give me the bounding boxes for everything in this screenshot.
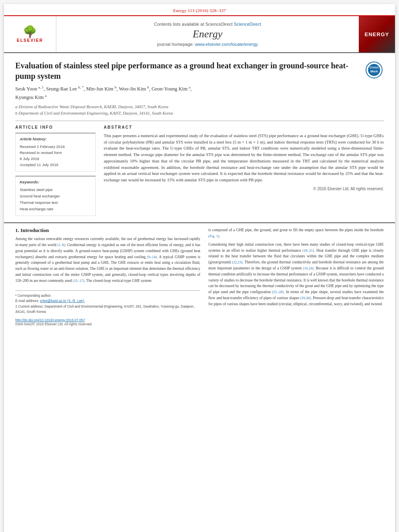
ref-1-8: [1–8]	[58, 243, 66, 247]
issn-line: 0360-5442/© 2016 Elsevier Ltd. All right…	[15, 322, 200, 326]
keyword-2: Ground heat exchanger	[20, 193, 91, 199]
ref-15-17: [15–17]	[73, 279, 84, 283]
email-label: E-mail address:	[15, 299, 39, 303]
history-label: Article history:	[20, 137, 91, 141]
article-title: Evaluation of stainless steel pipe perfo…	[15, 60, 358, 81]
journal-reference: Energy 113 (2016) 328–337	[173, 8, 226, 13]
body-right-col: is composed of a GHE pipe, the ground, a…	[208, 227, 384, 326]
energy-logo: ENERGY	[359, 16, 395, 52]
keywords-label: Keywords:	[20, 180, 91, 184]
copyright-line: © 2016 Elsevier Ltd. All rights reserved…	[104, 187, 384, 191]
ref-22-23: [22,23]	[232, 260, 243, 264]
ref-18-21: [18–21]	[302, 249, 314, 253]
authors-line: Seok Yoon a, 1, Seung-Rae Lee b, *, Min-…	[15, 84, 384, 101]
body-left-col: 1. Introduction Among the various renewa…	[15, 227, 200, 326]
affiliations: a Division of Radioactive Waste Disposal…	[15, 104, 384, 117]
received-date: Received 2 February 2016	[20, 144, 91, 150]
footnote-1: 1 Current address: Department of Civil a…	[15, 304, 200, 315]
homepage-label: journal homepage:	[157, 42, 195, 47]
journal-info: Contents lists available at ScienceDirec…	[56, 18, 359, 50]
journal-title: Energy	[64, 28, 351, 40]
footnotes-section: * Corresponding author. E-mail address: …	[15, 290, 200, 315]
main-body: 1. Introduction Among the various renewa…	[4, 222, 395, 333]
abstract-header: ABSTRACT	[104, 125, 384, 129]
title-row: Evaluation of stainless steel pipe perfo…	[15, 60, 384, 81]
journal-homepage-line: journal homepage: www.elsevier.com/locat…	[64, 42, 351, 47]
introduction-title: 1. Introduction	[15, 227, 200, 234]
svg-text:Cross: Cross	[370, 66, 379, 69]
article-header-section: Evaluation of stainless steel pipe perfo…	[4, 53, 395, 222]
ref-25-28: [25–28]	[272, 290, 284, 294]
body-right-para-2: Considering their high initial construct…	[208, 242, 384, 307]
article-history-box: Article history: Received 2 February 201…	[15, 133, 96, 172]
section-title-text: Introduction	[21, 227, 49, 233]
abstract-text: This paper presents a numerical and expe…	[104, 133, 384, 183]
homepage-link[interactable]: www.elsevier.com/locate/energy	[195, 42, 258, 47]
elsevier-logo: 🌳 ELSEVIER	[4, 16, 56, 52]
accepted-date: Accepted 11 July 2016	[20, 162, 91, 168]
affiliation-a: a Division of Radioactive Waste Disposal…	[15, 105, 169, 109]
top-bar: Energy 113 (2016) 328–337	[4, 4, 395, 16]
keywords-box: Keywords: Stainless steel pipe Ground he…	[15, 176, 96, 216]
svg-text:Mark: Mark	[370, 70, 378, 73]
divider-1	[15, 121, 384, 121]
journal-header: 🌳 ELSEVIER Contents lists available at S…	[4, 16, 395, 53]
energy-logo-text: ENERGY	[365, 31, 389, 37]
ref-9-14: [9–14]	[147, 255, 157, 259]
keyword-1: Stainless steel pipe	[20, 187, 91, 193]
elsevier-brand-text: ELSEVIER	[17, 38, 43, 43]
contents-available-text: Contents lists available at ScienceDirec…	[154, 22, 233, 27]
body-right-para-1: is composed of a GHE pipe, the ground, a…	[208, 227, 384, 239]
ref-29-30: [29,30]	[300, 296, 311, 300]
corresponding-author-label: * Corresponding author.	[15, 293, 200, 299]
doi-link[interactable]: http://dx.doi.org/10.1016/j.energy.2016.…	[15, 318, 85, 322]
sciencedirect-link[interactable]: ScienceDirect	[234, 22, 261, 27]
email-line: E-mail address: srlee@kaist.ac.kr (S.-R.…	[15, 298, 200, 304]
sciencedirect-line: Contents lists available at ScienceDirec…	[64, 22, 351, 27]
email-link[interactable]: srlee@kaist.ac.kr (S.-R. Lee).	[40, 299, 85, 303]
keyword-4: Heat-exchange rate	[20, 206, 91, 212]
elsevier-tree-icon: 🌳	[23, 26, 37, 37]
intro-paragraph-1: Among the various renewable energy resou…	[15, 236, 200, 283]
body-two-col: 1. Introduction Among the various renewa…	[15, 227, 384, 326]
revised-date: 8 July 2016	[20, 156, 91, 162]
doi-line: http://dx.doi.org/10.1016/j.energy.2016.…	[15, 318, 200, 322]
ref-fig1: (Fig. 1)	[208, 234, 219, 238]
info-abstract-section: ARTICLE INFO Article history: Received 2…	[15, 125, 384, 216]
ref-16-24: [16,24]	[303, 266, 313, 270]
affiliation-b: b Department of Civil and Environmental …	[15, 111, 173, 115]
revised-form-label: Received in revised form	[20, 150, 91, 156]
abstract-column: ABSTRACT This paper presents a numerical…	[104, 125, 384, 216]
article-info-column: ARTICLE INFO Article history: Received 2…	[15, 125, 96, 216]
crossmark-logo: Cross Mark	[364, 60, 384, 80]
section-number: 1.	[15, 227, 21, 233]
keyword-3: Thermal response test	[20, 199, 91, 206]
crossmark-icon: Cross Mark	[366, 62, 383, 78]
article-info-header: ARTICLE INFO	[15, 125, 96, 129]
